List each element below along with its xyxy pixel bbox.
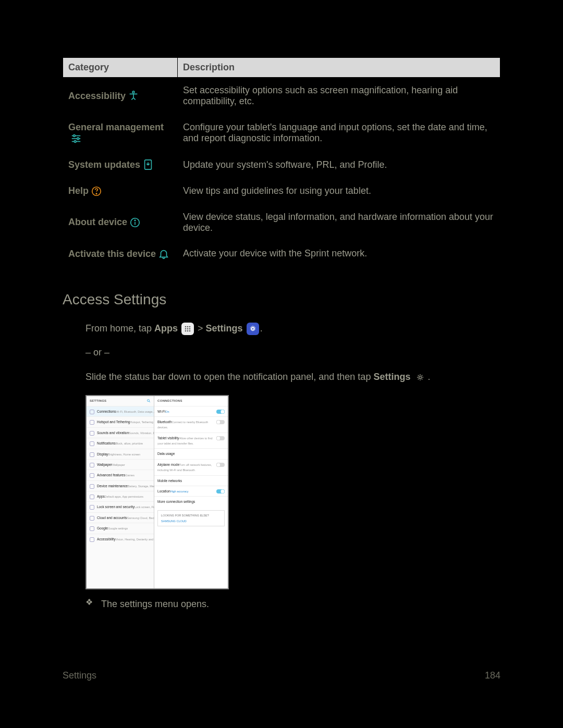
svg-point-18 (189, 328, 191, 329)
looking-for-box: LOOKING FOR SOMETHING ELSE? SAMSUNG CLOU… (157, 510, 225, 527)
info-icon (129, 217, 141, 228)
system-update-icon (142, 159, 154, 170)
toggle-switch[interactable] (216, 436, 225, 440)
settings-left-item[interactable]: Hotspot and TetheringHotspot, Tethering (87, 416, 154, 427)
table-row: General managementConfigure your tablet'… (63, 114, 500, 152)
description-cell: Configure your tablet's language and inp… (178, 114, 500, 152)
category-glyph-icon (90, 431, 94, 436)
category-glyph-icon (90, 420, 94, 425)
category-cell: Activate this device (63, 241, 178, 267)
svg-point-15 (189, 326, 191, 327)
settings-right-item[interactable]: BluetoothConnect to nearby Bluetooth dev… (154, 416, 228, 433)
svg-point-0 (132, 91, 134, 93)
description-cell: Set accessibility options such as screen… (178, 78, 500, 115)
category-glyph-icon (90, 473, 94, 478)
table-row: HelpView tips and guidelines for using y… (63, 178, 500, 204)
settings-gear-icon (247, 323, 259, 335)
svg-point-17 (187, 328, 189, 329)
svg-point-21 (189, 330, 191, 331)
instruction-line-1: From home, tap Apps > Settings . (85, 321, 500, 336)
help-icon (91, 186, 102, 197)
category-cell: About device (63, 204, 178, 241)
settings-right-item[interactable]: Airplane modeTurn off network features, … (154, 459, 228, 475)
category-glyph-icon (90, 441, 94, 446)
settings-left-item[interactable]: ConnectionsWi-Fi, Bluetooth, Data usage,… (87, 406, 154, 416)
col-description-header: Description (178, 58, 500, 78)
description-cell: View device status, legal information, a… (178, 204, 500, 241)
svg-point-19 (185, 330, 187, 331)
svg-point-25 (148, 399, 150, 401)
settings-screenshot: SETTINGS ConnectionsWi-Fi, Bluetooth, Da… (85, 395, 229, 589)
toggle-switch[interactable] (216, 463, 225, 467)
category-glyph-icon (90, 505, 94, 510)
settings-left-item[interactable]: DisplayBrightness, Home screen (87, 449, 154, 459)
toggle-switch[interactable] (216, 489, 225, 493)
apps-icon (181, 323, 194, 335)
category-table: Category Description AccessibilitySet ac… (63, 57, 500, 267)
svg-point-5 (77, 138, 79, 140)
settings-left-item[interactable]: WallpaperWallpaper (87, 459, 154, 470)
category-glyph-icon (90, 484, 94, 489)
result-bullet-icon: ❖ (85, 597, 93, 608)
category-glyph-icon (90, 495, 94, 499)
bell-icon (158, 248, 169, 260)
svg-point-6 (74, 141, 76, 143)
category-glyph-icon (90, 526, 94, 531)
category-glyph-icon (90, 463, 94, 467)
svg-line-26 (149, 401, 150, 402)
settings-right-item[interactable]: More connection settings (154, 496, 228, 507)
description-cell: Activate your device with the Sprint net… (178, 241, 500, 267)
table-row: About deviceView device status, legal in… (63, 204, 500, 241)
access-settings-heading: Access Settings (63, 288, 500, 312)
toggle-switch[interactable] (216, 410, 225, 414)
settings-left-item[interactable]: Lock screen and securityLock screen, Fin… (87, 501, 154, 512)
svg-point-9 (96, 193, 96, 193)
ss-right-header: CONNECTIONS (157, 399, 182, 404)
settings-left-item[interactable]: Device maintenanceBattery, Storage, Memo… (87, 480, 154, 491)
category-glyph-icon (90, 516, 94, 521)
table-row: Activate this deviceActivate your device… (63, 241, 500, 267)
category-cell: System updates (63, 152, 178, 178)
settings-left-item[interactable]: Cloud and accountsSamsung Cloud, Backup … (87, 512, 154, 523)
settings-left-item[interactable]: Advanced featuresGames (87, 470, 154, 480)
or-divider: – or – (85, 345, 500, 360)
description-cell: View tips and guidelines for using your … (178, 178, 500, 204)
page-number: 184 (485, 670, 500, 681)
settings-left-item[interactable]: AppsDefault apps, App permissions (87, 491, 154, 501)
category-glyph-icon (90, 537, 94, 542)
search-icon (146, 399, 151, 404)
accessibility-icon (128, 90, 139, 102)
ss-left-header: SETTINGS (90, 399, 106, 404)
toggle-switch[interactable] (216, 420, 225, 424)
svg-point-4 (74, 135, 76, 137)
settings-left-item[interactable]: AccessibilityVision, Hearing, Dexterity … (87, 534, 154, 544)
table-row: AccessibilitySet accessibility options s… (63, 78, 500, 115)
svg-point-13 (185, 326, 187, 327)
settings-right-item[interactable]: LocationHigh accuracy (154, 486, 228, 496)
settings-left-item[interactable]: Sounds and vibrationSounds, Vibration, D… (87, 427, 154, 438)
col-category-header: Category (63, 58, 178, 78)
instruction-line-2: Slide the status bar down to open the no… (85, 369, 500, 385)
svg-point-23 (252, 328, 253, 329)
svg-point-14 (187, 326, 189, 327)
category-cell: Help (63, 178, 178, 204)
settings-right-item[interactable]: Data usage (154, 448, 228, 459)
result-text: The settings menu opens. (101, 597, 209, 612)
category-cell: Accessibility (63, 78, 178, 115)
settings-left-item[interactable]: GoogleGoogle settings (87, 523, 154, 533)
description-cell: Update your system's software, PRL, and … (178, 152, 500, 178)
svg-point-12 (134, 220, 135, 220)
settings-right-item[interactable]: Wi-FiOn (154, 406, 228, 416)
category-glyph-icon (90, 410, 94, 414)
settings-left-item[interactable]: NotificationsBlock, allow, prioritize (87, 438, 154, 448)
category-cell: General management (63, 114, 178, 152)
settings-right-item[interactable]: Mobile networks (154, 475, 228, 486)
footer-section: Settings (63, 670, 96, 681)
settings-right-item[interactable]: Tablet visibilityAllow other devices to … (154, 433, 228, 449)
category-glyph-icon (90, 452, 94, 457)
settings-gear-outline-icon (414, 371, 426, 384)
table-row: System updatesUpdate your system's softw… (63, 152, 500, 178)
svg-point-16 (185, 328, 187, 329)
svg-point-20 (187, 330, 189, 331)
sliders-icon (70, 133, 82, 144)
